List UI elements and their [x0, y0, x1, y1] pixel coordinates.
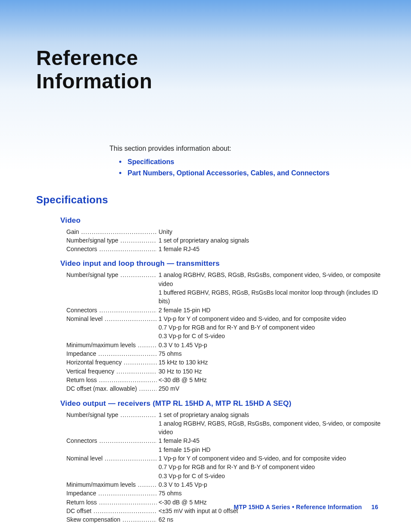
spec-label: Minimum/maximum levels	[66, 480, 157, 489]
spec-value: 75 ohms	[157, 489, 381, 498]
spec-row: Nominal level1 Vp-p for Y of component v…	[66, 454, 381, 480]
spec-value: 1 set of proprietary analog signals1 ana…	[157, 411, 381, 437]
spec-label: Connectors	[66, 245, 157, 253]
spec-label: Impedance	[66, 349, 157, 358]
intro-link-list: Specifications Part Numbers, Optional Ac…	[109, 157, 385, 178]
spec-sub-heading: Video	[60, 216, 381, 225]
spec-row: Number/signal type1 set of proprietary a…	[66, 236, 381, 245]
spec-label: Number/signal type	[66, 411, 157, 419]
page-footer: MTP 15HD A Series • Reference Informatio…	[234, 504, 378, 510]
spec-value: 15 kHz to 130 kHz	[157, 358, 381, 367]
section-heading-specifications: Specifications	[36, 194, 411, 206]
spec-value-line: 0.3 Vp-p for C of S-video	[159, 332, 381, 340]
spec-value-line: 0.3 Vp-p for C of S-video	[159, 472, 381, 480]
spec-label: Vertical frequency	[66, 367, 157, 376]
spec-value-line: 2 female 15-pin HD	[159, 306, 381, 314]
spec-value-line: 1 buffered RGBHV, RGBS, RGsB, RsGsBs loc…	[159, 288, 381, 306]
spec-value-line: 75 ohms	[159, 349, 381, 358]
spec-label: Number/signal type	[66, 236, 157, 245]
spec-label: Number/signal type	[66, 271, 157, 279]
spec-value-line: 30 Hz to 150 Hz	[159, 367, 381, 376]
spec-value: 1 female RJ-451 female 15-pin HD	[157, 436, 381, 454]
spec-label: DC offset (max. allowable)	[66, 384, 157, 393]
spec-row: Nominal level1 Vp-p for Y of component v…	[66, 314, 381, 341]
spec-value-line: 0.7 Vp-p for RGB and for R-Y and B-Y of …	[159, 323, 381, 332]
spec-label: Horizontal frequency	[66, 358, 157, 367]
spec-row: Skew compensation62 ns	[66, 515, 381, 524]
spec-value-line: 15 kHz to 130 kHz	[159, 358, 381, 367]
intro-link-item: Part Numbers, Optional Accessories, Cabl…	[119, 168, 385, 178]
spec-value: 2 female 15-pin HD	[157, 306, 381, 314]
page-number: 16	[371, 504, 378, 510]
spec-label: Return loss	[66, 498, 157, 507]
spec-value: 1 female RJ-45	[157, 245, 381, 253]
spec-table: Number/signal type1 analog RGBHV, RGBS, …	[66, 271, 381, 393]
spec-label: Nominal level	[66, 314, 157, 323]
spec-value-line: 0.7 Vp-p for RGB and for R-Y and B-Y of …	[159, 463, 381, 471]
spec-value-line: Unity	[159, 227, 381, 236]
spec-row: Number/signal type1 analog RGBHV, RGBS, …	[66, 271, 381, 305]
intro-link-item: Specifications	[119, 157, 385, 167]
spec-value: Unity	[157, 227, 381, 236]
link-specifications[interactable]: Specifications	[128, 158, 174, 165]
spec-value: 0.3 V to 1.45 Vp-p	[157, 480, 381, 489]
spec-row: Connectors1 female RJ-451 female 15-pin …	[66, 436, 381, 454]
spec-label: Skew compensation	[66, 515, 157, 524]
spec-row: Vertical frequency30 Hz to 150 Hz	[66, 367, 381, 376]
title-line-1: Reference	[36, 47, 138, 69]
spec-value-line: 1 analog RGBHV, RGBS, RGsB, RsGsBs, comp…	[159, 419, 381, 437]
spec-value-line: 1 analog RGBHV, RGBS, RGsB, RsGsBs, comp…	[159, 271, 381, 288]
spec-value: 75 ohms	[157, 349, 381, 358]
intro-block: This section provides information about:…	[109, 145, 385, 178]
spec-row: Minimum/maximum levels0.3 V to 1.45 Vp-p	[66, 480, 381, 489]
spec-row: Connectors1 female RJ-45	[66, 245, 381, 253]
spec-row: Horizontal frequency15 kHz to 130 kHz	[66, 358, 381, 367]
spec-value-line: <-30 dB @ 5 MHz	[159, 376, 381, 384]
spec-label: Minimum/maximum levels	[66, 341, 157, 349]
spec-label: Connectors	[66, 436, 157, 445]
title-line-2: Information	[36, 70, 152, 93]
spec-value-line: 1 Vp-p for Y of component video and S-vi…	[159, 314, 381, 323]
spec-value-line: 1 set of proprietary analog signals	[159, 411, 381, 419]
spec-value-line: 1 female RJ-45	[159, 436, 381, 445]
spec-value: 0.3 V to 1.45 Vp-p	[157, 341, 381, 349]
spec-label: DC offset	[66, 507, 157, 515]
spec-row: Minimum/maximum levels0.3 V to 1.45 Vp-p	[66, 341, 381, 349]
page-title: Reference Information	[0, 0, 411, 93]
spec-value-line: 0.3 V to 1.45 Vp-p	[159, 480, 381, 489]
spec-row: Impedance75 ohms	[66, 489, 381, 498]
spec-table: GainUnityNumber/signal type1 set of prop…	[66, 227, 381, 254]
spec-value: 250 mV	[157, 384, 381, 393]
intro-text: This section provides information about:	[109, 145, 385, 152]
spec-sub-heading: Video output — receivers (MTP RL 15HD A,…	[60, 399, 381, 408]
spec-row: Connectors2 female 15-pin HD	[66, 306, 381, 314]
specifications-block: VideoGainUnityNumber/signal type1 set of…	[60, 216, 381, 524]
spec-value: 62 ns	[157, 515, 381, 524]
spec-label: Return loss	[66, 376, 157, 384]
spec-label: Connectors	[66, 306, 157, 314]
spec-row: Return loss<-30 dB @ 5 MHz	[66, 376, 381, 384]
spec-row: GainUnity	[66, 227, 381, 236]
spec-row: DC offset (max. allowable)250 mV	[66, 384, 381, 393]
spec-value: 1 set of proprietary analog signals	[157, 236, 381, 245]
spec-value-line: 1 set of proprietary analog signals	[159, 236, 381, 245]
spec-label: Nominal level	[66, 454, 157, 463]
link-part-numbers[interactable]: Part Numbers, Optional Accessories, Cabl…	[128, 169, 330, 177]
spec-value: 1 Vp-p for Y of component video and S-vi…	[157, 314, 381, 341]
spec-value-line: 75 ohms	[159, 489, 381, 498]
spec-value: <-30 dB @ 5 MHz	[157, 376, 381, 384]
spec-row: Impedance75 ohms	[66, 349, 381, 358]
spec-label: Impedance	[66, 489, 157, 498]
spec-value-line: 1 female RJ-45	[159, 245, 381, 253]
spec-value-line: 250 mV	[159, 384, 381, 393]
spec-value-line: 1 female 15-pin HD	[159, 445, 381, 454]
spec-row: Number/signal type1 set of proprietary a…	[66, 411, 381, 437]
spec-value-line: 62 ns	[159, 515, 381, 524]
spec-value-line: 1 Vp-p for Y of component video and S-vi…	[159, 454, 381, 463]
footer-text: MTP 15HD A Series • Reference Informatio…	[234, 504, 362, 510]
spec-value-line: 0.3 V to 1.45 Vp-p	[159, 341, 381, 349]
spec-label: Gain	[66, 227, 157, 236]
spec-value: 1 Vp-p for Y of component video and S-vi…	[157, 454, 381, 480]
spec-value: 1 analog RGBHV, RGBS, RGsB, RsGsBs, comp…	[157, 271, 381, 305]
spec-sub-heading: Video input and loop through — transmitt…	[60, 259, 381, 268]
